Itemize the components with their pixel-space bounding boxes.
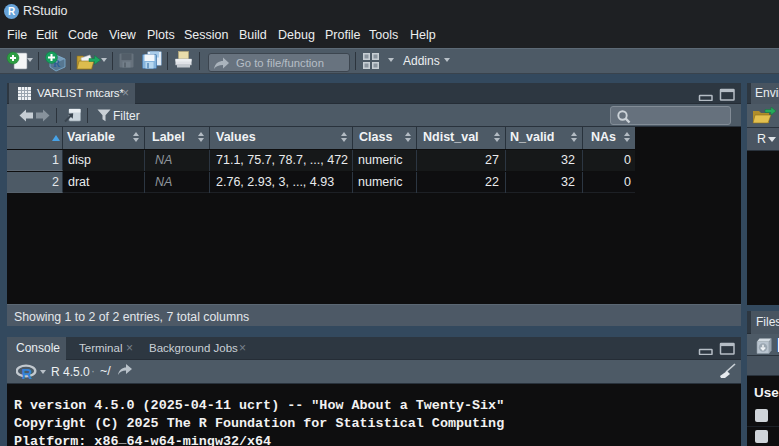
svg-text:R: R (22, 365, 33, 381)
